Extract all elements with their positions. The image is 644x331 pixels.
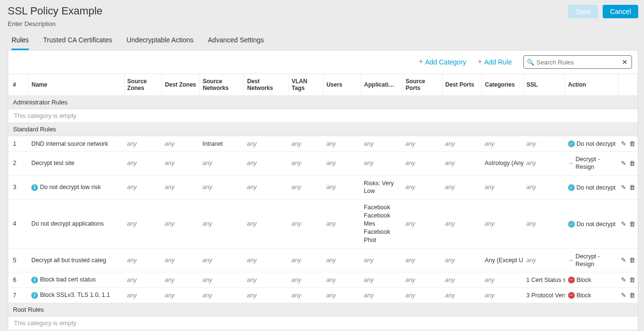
table-cell: any	[442, 272, 482, 288]
col-row-actions	[618, 74, 637, 96]
do-not-decrypt-icon	[568, 221, 575, 228]
row-name: Do not decrypt applications	[28, 200, 124, 248]
cancel-button[interactable]: Cancel	[603, 5, 638, 18]
empty-category-row: This category is empty	[8, 109, 638, 123]
tab-rules[interactable]: Rules	[12, 32, 29, 50]
table-cell: any	[199, 200, 244, 248]
table-cell: any	[244, 288, 289, 303]
table-row[interactable]: 2Decrypt test siteanyanyanyanyanyanyanya…	[8, 152, 638, 176]
delete-icon[interactable]: 🗑	[629, 220, 635, 228]
tab-trusted-ca[interactable]: Trusted CA Certificates	[43, 32, 112, 50]
col-dest-networks[interactable]: Dest Networks	[244, 74, 289, 96]
col-vlan[interactable]: VLAN Tags	[288, 74, 323, 96]
table-cell: any	[288, 288, 323, 303]
category-row[interactable]: Root Rules	[8, 303, 638, 317]
col-action[interactable]: Action	[565, 74, 619, 96]
table-cell: any	[482, 175, 523, 200]
tab-undecryptable[interactable]: Undecryptable Actions	[126, 32, 193, 50]
action-cell: Do not decrypt	[565, 136, 619, 152]
row-index: 7	[8, 288, 28, 303]
table-cell: any	[162, 288, 199, 303]
col-name[interactable]: Name	[28, 74, 124, 96]
row-actions-cell: ✎🗑	[618, 175, 637, 200]
edit-icon[interactable]: ✎	[621, 276, 626, 283]
table-cell: any	[162, 248, 199, 272]
table-cell: any	[124, 248, 161, 272]
col-dest-zones[interactable]: Dest Zones	[162, 74, 199, 96]
row-index: 5	[8, 248, 28, 272]
info-icon[interactable]: i	[31, 292, 38, 299]
table-row[interactable]: 6iBlock bad cert statusanyanyanyanyanyan…	[8, 272, 638, 288]
col-applications[interactable]: Applicati…	[361, 74, 402, 96]
info-icon[interactable]: i	[31, 277, 38, 283]
delete-icon[interactable]: 🗑	[629, 292, 635, 299]
edit-icon[interactable]: ✎	[621, 140, 626, 147]
delete-icon[interactable]: 🗑	[629, 184, 635, 191]
info-icon[interactable]: i	[31, 184, 38, 191]
add-category-label: Add Category	[425, 58, 466, 66]
row-actions-cell: ✎🗑	[618, 248, 637, 272]
save-button[interactable]: Save	[568, 5, 598, 18]
tab-advanced[interactable]: Advanced Settings	[208, 32, 264, 50]
table-row[interactable]: 3iDo not decrypt low riskanyanyanyanyany…	[8, 175, 638, 200]
col-categories[interactable]: Categories	[482, 74, 523, 96]
table-cell: Intranet	[199, 136, 244, 152]
delete-icon[interactable]: 🗑	[629, 276, 635, 283]
table-row[interactable]: 7iBlock SSLv3. TLS 1.0, 1.1anyanyanyanya…	[8, 288, 638, 303]
add-category-button[interactable]: + Add Category	[419, 58, 466, 66]
table-row[interactable]: 5Decrypt all but trusted categanyanyanya…	[8, 248, 638, 272]
table-cell: any	[482, 200, 523, 248]
add-rule-button[interactable]: + Add Rule	[478, 58, 512, 66]
search-input[interactable]	[534, 59, 621, 66]
delete-icon[interactable]: 🗑	[629, 256, 635, 264]
table-cell: any	[288, 200, 323, 248]
col-source-ports[interactable]: Source Ports	[403, 74, 442, 96]
table-cell: any	[244, 175, 289, 200]
row-name: iBlock SSLv3. TLS 1.0, 1.1	[28, 288, 124, 303]
search-icon: 🔍	[527, 59, 534, 66]
table-cell: any	[199, 152, 244, 176]
do-not-decrypt-icon	[568, 140, 575, 147]
category-row[interactable]: Standard Rules	[8, 123, 638, 136]
search-rules-box[interactable]: 🔍 ✕	[523, 55, 632, 69]
table-row[interactable]: 4Do not decrypt applicationsanyanyanyany…	[8, 200, 638, 248]
action-cell: → Decrypt - Resign	[565, 152, 619, 176]
edit-icon[interactable]: ✎	[621, 256, 626, 264]
table-cell: any	[442, 288, 482, 303]
edit-icon[interactable]: ✎	[621, 184, 626, 191]
edit-icon[interactable]: ✎	[621, 220, 626, 228]
col-dest-ports[interactable]: Dest Ports	[442, 74, 482, 96]
action-text: Do not decrypt	[577, 221, 616, 228]
category-row[interactable]: Administrator Rules	[8, 96, 638, 109]
row-index: 1	[8, 136, 28, 152]
edit-icon[interactable]: ✎	[621, 292, 626, 299]
table-cell: any	[288, 136, 323, 152]
row-name: DND internal source network	[28, 136, 124, 152]
clear-search-icon[interactable]: ✕	[621, 58, 629, 66]
edit-icon[interactable]: ✎	[621, 160, 626, 167]
col-source-zones[interactable]: Source Zones	[124, 74, 161, 96]
table-row[interactable]: 1DND internal source networkanyanyIntran…	[8, 136, 638, 152]
col-ssl[interactable]: SSL	[523, 74, 565, 96]
table-cell: any	[124, 175, 161, 200]
table-cell: any	[124, 288, 161, 303]
delete-icon[interactable]: 🗑	[629, 160, 635, 167]
table-cell: Any (Except Un	[482, 248, 523, 272]
description-input[interactable]: Enter Description	[8, 20, 56, 27]
col-users[interactable]: Users	[323, 74, 361, 96]
table-cell: any	[162, 152, 199, 176]
row-name: iDo not decrypt low risk	[28, 175, 124, 200]
col-source-networks[interactable]: Source Networks	[199, 74, 244, 96]
rules-table: # Name Source Zones Dest Zones Source Ne…	[8, 74, 638, 331]
col-index[interactable]: #	[8, 74, 28, 96]
table-cell: any	[323, 200, 361, 248]
table-cell: any	[288, 272, 323, 288]
table-cell: any	[288, 248, 323, 272]
table-cell: any	[288, 175, 323, 200]
table-cell: any	[162, 272, 199, 288]
table-cell: any	[244, 152, 289, 176]
table-cell: any	[361, 272, 402, 288]
delete-icon[interactable]: 🗑	[629, 140, 635, 147]
table-cell: any	[162, 175, 199, 200]
table-cell: any	[523, 175, 565, 200]
